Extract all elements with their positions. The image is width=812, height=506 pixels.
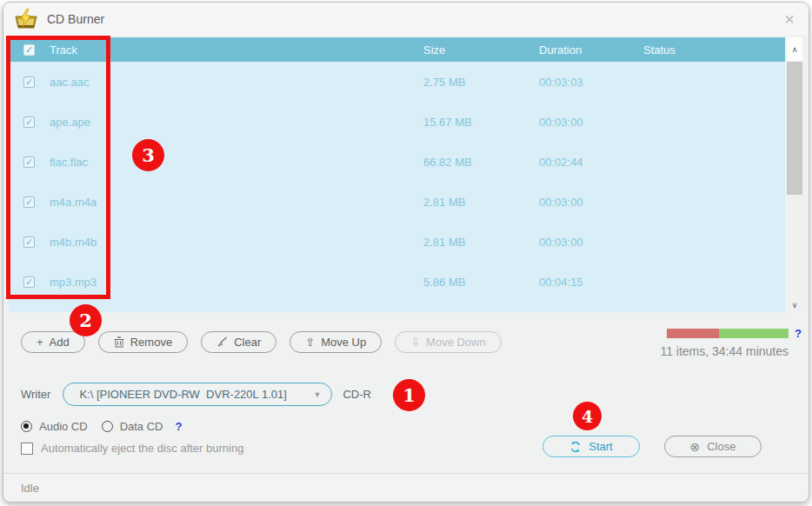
move-down-button-label: Move Down xyxy=(426,336,486,349)
track-duration: 00:03:00 xyxy=(539,196,643,209)
disc-type-label: CD-R xyxy=(343,388,371,401)
row-checkbox[interactable]: ✓ xyxy=(23,236,35,248)
capacity-indicator: ? xyxy=(667,329,804,338)
track-size: 66.82 MB xyxy=(423,156,539,169)
track-size: 2.81 MB xyxy=(423,196,539,209)
track-name: m4a.m4a xyxy=(50,196,423,209)
status-bar: Idle xyxy=(3,473,809,502)
items-summary: 11 items, 34:44 minutes xyxy=(660,344,789,358)
add-button[interactable]: + Add xyxy=(21,331,85,353)
track-name: m4b.m4b xyxy=(50,236,423,249)
row-checkbox[interactable]: ✓ xyxy=(23,156,35,168)
annotation-badge-1: 1 xyxy=(393,379,425,411)
track-duration: 00:03:00 xyxy=(539,116,643,129)
track-table-header: ✓ Track Size Duration Status xyxy=(9,37,785,62)
row-checkbox[interactable]: ✓ xyxy=(23,196,35,208)
track-duration: 00:04:15 xyxy=(539,276,643,289)
track-row[interactable]: ✓ m4b.m4b 2.81 MB 00:03:00 xyxy=(9,222,785,262)
add-button-label: Add xyxy=(50,336,70,349)
track-row[interactable]: ✓ ape.ape 15.67 MB 00:03:00 xyxy=(9,102,785,142)
clear-button-label: Clear xyxy=(234,336,261,349)
track-size: 15.67 MB xyxy=(423,116,539,129)
track-size: 2.75 MB xyxy=(423,76,539,89)
track-row[interactable]: ✓ aac.aac 2.75 MB 00:03:03 xyxy=(9,62,785,102)
refresh-icon xyxy=(569,441,582,453)
writer-select[interactable]: K:\ [PIONEER DVD-RW DVR-220L 1.01] ▼ xyxy=(63,383,332,406)
window-title: CD Burner xyxy=(47,12,104,26)
track-name: mp3.mp3 xyxy=(50,276,423,289)
track-duration: 00:03:03 xyxy=(539,76,643,89)
vertical-scrollbar[interactable]: ∧ ∨ xyxy=(787,37,802,312)
move-up-button-label: Move Up xyxy=(321,336,366,349)
select-all-checkbox[interactable]: ✓ xyxy=(23,44,35,56)
cd-type-help-link[interactable]: ? xyxy=(176,420,183,433)
track-name: aac.aac xyxy=(50,76,423,89)
track-duration: 00:02:44 xyxy=(539,156,643,169)
capacity-help-link[interactable]: ? xyxy=(795,327,802,340)
row-checkbox[interactable]: ✓ xyxy=(23,117,35,128)
track-toolbar: + Add Remove Clear ⇧ Move Up ⇩ xyxy=(21,331,502,353)
plus-icon: + xyxy=(37,336,43,349)
remove-button[interactable]: Remove xyxy=(98,331,188,353)
circle-x-icon: ⊗ xyxy=(690,440,701,454)
trash-icon xyxy=(114,336,124,348)
writer-row: Writer K:\ [PIONEER DVD-RW DVR-220L 1.01… xyxy=(21,383,371,406)
cd-burner-app-icon xyxy=(14,9,38,30)
writer-label: Writer xyxy=(21,388,50,401)
writer-device-value: K:\ [PIONEER DVD-RW DVR-220L 1.01] xyxy=(79,388,286,401)
track-name: flac.flac xyxy=(50,156,423,169)
audio-cd-label[interactable]: Audio CD xyxy=(39,420,88,433)
brush-icon xyxy=(216,336,228,348)
capacity-bar xyxy=(667,329,789,338)
col-header-size[interactable]: Size xyxy=(423,43,539,57)
track-duration: 00:03:00 xyxy=(539,236,643,249)
track-name: ape.ape xyxy=(50,116,423,129)
capacity-free-segment xyxy=(719,329,789,338)
row-checkbox[interactable]: ✓ xyxy=(23,77,35,88)
scrollbar-thumb[interactable] xyxy=(787,62,802,195)
chevron-down-icon: ▼ xyxy=(314,390,322,399)
track-list: ✓ aac.aac 2.75 MB 00:03:03 ✓ ape.ape 15.… xyxy=(9,62,785,312)
arrow-down-icon: ⇩ xyxy=(410,336,420,349)
eject-label[interactable]: Automatically eject the disc after burni… xyxy=(41,442,243,455)
col-header-track[interactable]: Track xyxy=(50,43,423,57)
annotation-badge-4: 4 xyxy=(573,402,602,430)
eject-option-row: Automatically eject the disc after burni… xyxy=(21,442,243,455)
move-down-button: ⇩ Move Down xyxy=(395,331,502,353)
start-button[interactable]: Start xyxy=(542,436,640,457)
track-size: 2.81 MB xyxy=(423,236,539,249)
col-header-status[interactable]: Status xyxy=(643,43,785,57)
scroll-up-icon[interactable]: ∧ xyxy=(787,37,802,61)
move-up-button[interactable]: ⇧ Move Up xyxy=(290,331,382,353)
track-row[interactable]: ✓ mp3.mp3 5.86 MB 00:04:15 xyxy=(9,262,785,302)
title-bar: CD Burner × xyxy=(3,3,809,36)
scroll-down-icon[interactable]: ∨ xyxy=(787,298,802,312)
cd-burner-window: CD Burner × ✓ Track Size Duration Status… xyxy=(3,2,809,503)
track-row[interactable]: ✓ flac.flac 66.82 MB 00:02:44 xyxy=(9,142,785,182)
cd-type-options: Audio CD Data CD ? xyxy=(21,420,182,433)
audio-cd-radio[interactable] xyxy=(21,421,32,432)
close-button-label: Close xyxy=(707,440,735,453)
clear-button[interactable]: Clear xyxy=(201,331,276,353)
row-checkbox[interactable]: ✓ xyxy=(23,276,35,288)
eject-checkbox[interactable] xyxy=(21,443,33,455)
data-cd-radio[interactable] xyxy=(102,421,113,432)
arrow-up-icon: ⇧ xyxy=(305,336,315,349)
window-close-icon[interactable]: × xyxy=(781,10,798,28)
track-row[interactable]: ✓ m4a.m4a 2.81 MB 00:03:00 xyxy=(9,182,785,222)
col-header-duration[interactable]: Duration xyxy=(539,43,643,57)
track-size: 5.86 MB xyxy=(423,276,539,289)
remove-button-label: Remove xyxy=(130,336,172,349)
start-button-label: Start xyxy=(589,440,612,453)
capacity-used-segment xyxy=(667,329,719,338)
status-text: Idle xyxy=(21,482,39,495)
close-button[interactable]: ⊗ Close xyxy=(664,436,762,457)
data-cd-label[interactable]: Data CD xyxy=(120,420,163,433)
